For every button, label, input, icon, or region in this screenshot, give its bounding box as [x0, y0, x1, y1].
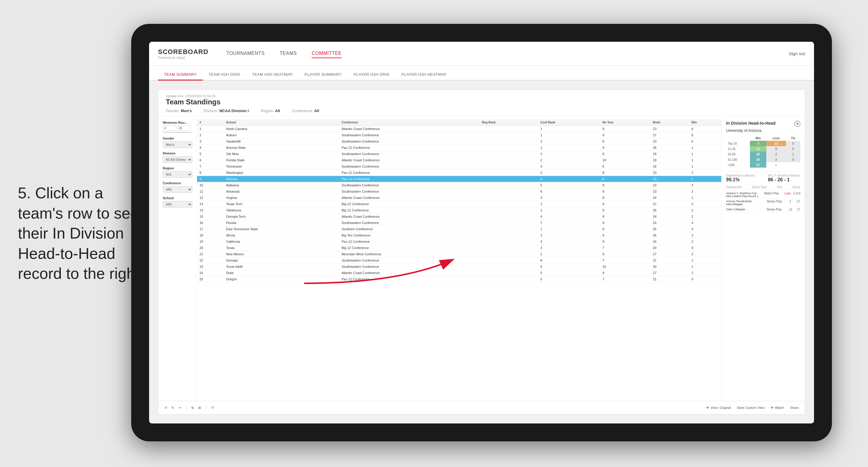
filters-sidebar: Minimum Rou... Gender Men's — [158, 116, 197, 401]
tablet-screen: SCOREBOARD Powered by clippd TOURNAMENTS… — [149, 42, 814, 424]
col-win: Win — [689, 119, 721, 126]
nav-tournaments[interactable]: TOURNAMENTS — [226, 49, 265, 58]
conference-select[interactable]: (All) — [163, 186, 192, 193]
scene: 5. Click on a team's row to see their In… — [0, 0, 868, 467]
win-cell: 1 — [689, 151, 721, 157]
school-cell: California — [224, 239, 339, 245]
table-row[interactable]: 7 Tennessee Southeastern Conference 4 6 … — [197, 163, 721, 170]
school-cell: Arizona — [224, 176, 339, 182]
table-row[interactable]: 19 California Pac-12 Conference 4 8 24 2 — [197, 239, 721, 245]
conference-cell: Southeastern Conference — [339, 182, 479, 188]
rank-cell: 11 — [197, 188, 224, 195]
table-row[interactable]: 3 Vanderbilt Southeastern Conference 2 8… — [197, 138, 721, 145]
subnav-player-h2h-heatmap[interactable]: PLAYER H2H HEATMAP — [395, 69, 452, 81]
rnds-cell: 24 — [651, 195, 689, 201]
win-cell: 2 — [689, 188, 721, 195]
win-cell: 1 — [689, 157, 721, 163]
rank-cell: 18 — [197, 232, 224, 239]
conference-cell: Big 12 Conference — [339, 207, 479, 214]
h2h-close-button[interactable]: ✕ — [794, 121, 800, 127]
table-row[interactable]: 20 Texas Big 12 Conference 3 7 20 0 — [197, 245, 721, 251]
tournament-row-1[interactable]: Jackson T. Stephens Cup Men's Match-Play… — [726, 191, 800, 199]
tournament-row-3[interactable]: Cabo Collegiate Stroke Play 11 17 — [726, 207, 800, 212]
table-row[interactable]: 12 Virginia Atlantic Coast Conference 3 … — [197, 195, 721, 201]
subnav-team-h2h-heatmap[interactable]: TEAM H2H HEATMAP — [246, 69, 299, 81]
no-tour-cell: 8 — [600, 214, 650, 220]
table-row[interactable]: 6 Florida State Atlantic Coast Conferenc… — [197, 157, 721, 163]
conference-cell: Mountain West Conference — [339, 251, 479, 257]
table-row[interactable]: 15 Georgia Tech Atlantic Coast Conferenc… — [197, 214, 721, 220]
table-row[interactable]: 25 Oregon Pac-12 Conference 5 7 21 0 — [197, 276, 721, 282]
sign-out-link[interactable]: Sign out — [789, 51, 805, 56]
table-row[interactable]: 2 Auburn Southeastern Conference 1 9 27 … — [197, 132, 721, 138]
table-row[interactable]: 18 Illinois Big Ten Conference 1 9 26 3 — [197, 232, 721, 239]
share-button[interactable]: Share — [790, 406, 799, 409]
table-row[interactable]: 16 Florida Southeastern Conference 7 9 2… — [197, 220, 721, 226]
subnav-player-summary[interactable]: PLAYER SUMMARY — [299, 69, 347, 81]
table-row[interactable]: 21 New Mexico Mountain West Conference 1… — [197, 251, 721, 257]
undo-button[interactable]: ↺ — [164, 406, 167, 410]
table-row[interactable]: 24 Duke Atlantic Coast Conference 5 9 27… — [197, 270, 721, 276]
reg-rank-cell — [479, 251, 538, 257]
no-tour-cell: 6 — [600, 151, 650, 157]
save-custom-button[interactable]: Save Custom View — [737, 406, 765, 409]
clock-button[interactable]: ⏱ — [211, 406, 214, 409]
no-tour-cell: 9 — [600, 145, 650, 151]
min-rounds-min-input[interactable] — [163, 126, 176, 131]
paste-button[interactable]: ⊞ — [198, 406, 201, 410]
copy-button[interactable]: ⧉ — [191, 406, 194, 410]
nav-committee[interactable]: COMMITTEE — [312, 49, 342, 58]
min-rounds-max-input[interactable] — [178, 126, 191, 131]
table-row[interactable]: 5 Ole Miss Southeastern Conference 3 6 1… — [197, 151, 721, 157]
reg-rank-cell — [479, 145, 538, 151]
conf-rank-cell: 1 — [538, 201, 600, 207]
school-cell: Washington — [224, 170, 339, 176]
table-row[interactable]: 11 Arkansas Southeastern Conference 6 8 … — [197, 188, 721, 195]
conference-cell: Pac-12 Conference — [339, 276, 479, 282]
table-row[interactable]: 1 North Carolina Atlantic Coast Conferen… — [197, 126, 721, 132]
table-row[interactable]: 17 East Tennessee State Southern Confere… — [197, 226, 721, 232]
rank-cell: 7 — [197, 163, 224, 170]
no-tour-cell: 9 — [600, 251, 650, 257]
nav-teams[interactable]: TEAMS — [280, 49, 297, 58]
gender-select[interactable]: Men's — [163, 142, 192, 148]
conference-cell: Southeastern Conference — [339, 138, 479, 145]
school-cell: Oklahoma — [224, 207, 339, 214]
h2h-team-name: University of Arizona — [726, 128, 800, 133]
table-row[interactable]: 22 Georgia Southeastern Conference 8 7 2… — [197, 257, 721, 263]
undo2-button[interactable]: ↻ — [172, 406, 174, 410]
watch-button[interactable]: 👁 Watch — [771, 406, 784, 409]
table-row[interactable]: 14 Oklahoma Big 12 Conference 2 9 26 2 — [197, 207, 721, 214]
tablet-frame: SCOREBOARD Powered by clippd TOURNAMENTS… — [131, 24, 832, 441]
rnds-cell: 24 — [651, 214, 689, 220]
win-cell: 1 — [689, 257, 721, 263]
view-original-button[interactable]: 👁 View: Original — [706, 406, 731, 409]
school-cell: North Carolina — [224, 126, 339, 132]
reg-rank-cell — [479, 245, 538, 251]
rank-cell: 8 — [197, 170, 224, 176]
subnav-team-summary[interactable]: TEAM SUMMARY — [158, 69, 203, 81]
table-row[interactable]: 10 Alabama Southeastern Conference 5 8 2… — [197, 182, 721, 188]
school-cell: Vanderbilt — [224, 138, 339, 145]
table-row[interactable]: 8 Washington Pac-12 Conference 2 8 23 1 — [197, 170, 721, 176]
logo-title: SCOREBOARD — [158, 48, 209, 56]
rank-cell: 5 — [197, 151, 224, 157]
table-row[interactable]: 4 Arizona State Pac-12 Conference 1 9 26… — [197, 145, 721, 151]
conference-cell: Pac-12 Conference — [339, 176, 479, 182]
min-rounds-slider[interactable] — [163, 132, 192, 133]
no-tour-cell: 9 — [600, 201, 650, 207]
subnav-team-h2h-grid[interactable]: TEAM H2H GRID — [203, 69, 246, 81]
win-cell: 2 — [689, 201, 721, 207]
table-row[interactable]: 23 Texas A&M Southeastern Conference 9 1… — [197, 263, 721, 270]
region-select[interactable]: N/A — [163, 171, 192, 178]
school-cell: Duke — [224, 270, 339, 276]
subnav-player-h2h-grid[interactable]: PLAYER H2H GRID — [348, 69, 396, 81]
division-select[interactable]: NCAA Division I — [163, 156, 192, 163]
tournament-row-2[interactable]: Arizona Thunderbirds Intercollegiate Str… — [726, 199, 800, 207]
table-row[interactable]: 9 Arizona Pac-12 Conference 3 8 23 1 — [197, 176, 721, 182]
school-cell: Tennessee — [224, 163, 339, 170]
table-row[interactable]: 13 Texas Tech Big 12 Conference 1 9 27 2 — [197, 201, 721, 207]
school-select[interactable]: (All) — [163, 201, 192, 208]
back-button[interactable]: ↩ — [179, 406, 181, 410]
reg-rank-cell — [479, 195, 538, 201]
